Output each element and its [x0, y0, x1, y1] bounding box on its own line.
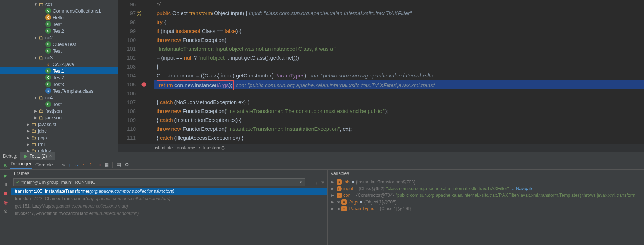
- force-step-into-icon[interactable]: ⇓: [75, 162, 79, 168]
- tree-item-pojo[interactable]: ▶🗀pojo: [0, 134, 118, 141]
- drop-frame-icon[interactable]: ⤒: [89, 162, 93, 168]
- chevron-down-icon: ▼: [299, 181, 303, 184]
- breadcrumb[interactable]: InstantiateTransformer›transform(): [118, 143, 644, 152]
- pause-button[interactable]: ⏸: [2, 181, 9, 188]
- variables-title: Variables: [328, 170, 644, 177]
- tree-item-queuetest[interactable]: CQueueTest: [0, 41, 118, 47]
- rerun-button[interactable]: ↻: [2, 163, 9, 169]
- settings-icon[interactable]: ⚙: [125, 162, 129, 168]
- step-into-icon[interactable]: ↓: [69, 162, 71, 168]
- close-icon[interactable]: ×: [49, 153, 52, 159]
- tab-console[interactable]: Console: [35, 162, 53, 168]
- stack-frame[interactable]: invoke:77, AnnotationInvocationHandler (…: [11, 210, 327, 217]
- variable-row[interactable]: ▶oo≡ iArgs = {Object[1]@705}: [328, 199, 644, 205]
- trace-icon[interactable]: ▤: [117, 162, 121, 168]
- variable-row[interactable]: ▶P input = {Class@652} "class com.sun.or…: [328, 185, 644, 192]
- breakpoints-button[interactable]: ◉: [2, 199, 9, 205]
- tree-item-test1[interactable]: CTest1: [0, 67, 118, 74]
- tree-item-cc32-java[interactable]: JCc32.java: [0, 61, 118, 67]
- stop-button[interactable]: ■: [2, 190, 9, 196]
- resume-button[interactable]: ▶: [2, 172, 9, 179]
- tree-item-testtemplate-class[interactable]: ≡TestTemplate.class: [0, 87, 118, 94]
- thread-selector[interactable]: ✔"main"@1 in group "main": RUNNING ▼: [13, 178, 305, 186]
- stack-frame[interactable]: transform:122, ChainedTransformer (org.a…: [11, 195, 327, 202]
- evaluate-icon[interactable]: ▦: [104, 162, 109, 168]
- tree-item-fastjson[interactable]: ▶🗀fastjson: [0, 107, 118, 114]
- tree-item-cc3[interactable]: ▼🗀cc3: [0, 54, 118, 61]
- frames-title: Frames: [11, 170, 327, 177]
- tree-item-hello[interactable]: CHello: [0, 14, 118, 21]
- step-over-icon[interactable]: ⤼: [61, 162, 65, 168]
- run-icon: ▶: [24, 153, 27, 159]
- tree-item-test2[interactable]: CTest2: [0, 74, 118, 81]
- tree-item-jackson[interactable]: ▶🗀jackson: [0, 114, 118, 121]
- debug-tab-run[interactable]: ▶ Test1 (2) ×: [20, 152, 56, 160]
- tree-item-commonscollections1[interactable]: CCommonsCollections1: [0, 7, 118, 14]
- tree-item-cc2[interactable]: ▼🗀cc2: [0, 34, 118, 41]
- stack-frame[interactable]: get:151, LazyMap (org.apache.commons.col…: [11, 202, 327, 210]
- tree-item-javassist[interactable]: ▶🗀javassist: [0, 121, 118, 128]
- tree-item-urldns[interactable]: ▶🗀urldns: [0, 148, 118, 152]
- tree-item-test[interactable]: CTest: [0, 21, 118, 27]
- run-to-cursor-icon[interactable]: ⇥: [97, 162, 101, 168]
- tree-item-test[interactable]: CTest: [0, 101, 118, 107]
- editor: 9697@98991001011021031041051061071081091…: [118, 0, 644, 152]
- variable-row[interactable]: ▶oo≡ iParamTypes = {Class[1]@706}: [328, 205, 644, 212]
- tree-item-jdbc[interactable]: ▶🗀jdbc: [0, 128, 118, 134]
- step-out-icon[interactable]: ↑: [82, 162, 85, 168]
- tree-item-rmi[interactable]: ▶🗀rmi: [0, 141, 118, 148]
- stack-frame[interactable]: transform:105, InstantiateTransformer (o…: [11, 188, 327, 195]
- debug-panel: Debug: ▶ Test1 (2) × ↻ Debugger Console …: [0, 152, 644, 245]
- mute-bp-button[interactable]: ⊘: [2, 208, 9, 214]
- filter-icon[interactable]: ▼: [320, 180, 325, 185]
- variable-row[interactable]: ▶≡ con = {Constructor@704} "public com.s…: [328, 192, 644, 199]
- debug-label: Debug:: [0, 153, 20, 159]
- next-frame-icon[interactable]: ↓: [315, 180, 318, 185]
- tab-debugger[interactable]: Debugger: [10, 161, 32, 169]
- project-tree[interactable]: ▼🗀cc1CCommonsCollections1CHelloCTestCTes…: [0, 0, 118, 152]
- prev-frame-icon[interactable]: ↑: [310, 180, 312, 185]
- tree-item-test[interactable]: CTest: [0, 47, 118, 54]
- tree-item-test3[interactable]: CTest3: [0, 81, 118, 87]
- code-text[interactable]: */ public Object transform(Object input)…: [154, 0, 644, 143]
- variable-row[interactable]: ▶≡ this = {InstantiateTransformer@703}: [328, 179, 644, 185]
- tree-item-cc4[interactable]: ▼🗀cc4: [0, 94, 118, 101]
- tree-item-test2[interactable]: CTest2: [0, 27, 118, 34]
- tree-item-cc1[interactable]: ▼🗀cc1: [0, 1, 118, 7]
